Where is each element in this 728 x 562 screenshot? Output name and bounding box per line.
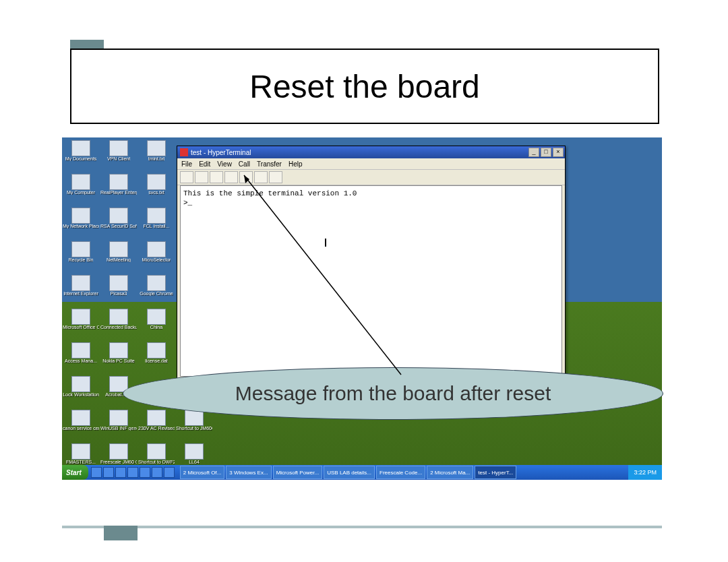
desktop-icon-label: license.dat [145, 358, 167, 363]
desktop-icon-label: Internet Explorer [63, 291, 98, 296]
maximize-button[interactable]: □ [541, 148, 551, 157]
callout-text: Message from the board after reset [235, 382, 551, 405]
system-tray[interactable]: 3:22 PM [628, 465, 662, 480]
file-icon [147, 275, 166, 291]
desktop-icon[interactable]: NetMeeting [100, 241, 138, 274]
toolbar-button[interactable] [239, 171, 253, 183]
desktop-icon[interactable]: VPN Client [100, 140, 138, 173]
quick-launch-icon[interactable] [115, 467, 126, 478]
quick-launch-icon[interactable] [103, 467, 114, 478]
file-icon [147, 309, 166, 325]
desktop-icon[interactable]: Picasa3 [100, 275, 138, 307]
quick-launch-icon[interactable] [127, 467, 138, 478]
desktop-icon[interactable]: My Computer [62, 174, 100, 206]
file-icon [71, 241, 90, 257]
desktop-icon[interactable]: canon service center in b... [62, 410, 100, 442]
file-icon [147, 140, 166, 156]
menu-help[interactable]: Help [289, 160, 303, 168]
desktop-icon[interactable]: svcs.txt [138, 174, 175, 206]
hyperterminal-window: test - HyperTerminal _ □ × File Edit Vie… [177, 146, 566, 381]
desktop-icon-label: Connected BackupPC [100, 325, 137, 330]
taskbar-item[interactable]: 2 Microsoft Of... [180, 466, 224, 479]
slide-title: Reset the board [249, 68, 480, 105]
desktop-icon-label: WinUSB INF generator [100, 426, 137, 431]
desktop-icon-label: RealPlayer Enterprise [100, 190, 137, 195]
screenshot-desktop: My DocumentsMy ComputerMy Network Places… [62, 137, 662, 480]
toolbar-button[interactable] [195, 171, 208, 183]
file-icon [109, 443, 128, 460]
desktop-icon[interactable]: Shortcut to JM60GUIs.exe [175, 410, 213, 442]
taskbar-item[interactable]: Microsoft Power... [273, 466, 323, 479]
desktop-icon-label: canon service center in b... [63, 426, 99, 431]
file-icon [109, 309, 128, 325]
desktop-icon[interactable]: Internet Explorer [62, 275, 100, 307]
desktop-icon[interactable]: Google Chrome [138, 275, 175, 307]
quick-launch-icon[interactable] [140, 467, 150, 478]
file-icon [71, 309, 90, 325]
menu-view[interactable]: View [217, 160, 232, 168]
start-button[interactable]: Start [62, 465, 88, 480]
desktop-icon[interactable]: Recycle Bin [62, 241, 100, 274]
desktop-icon-label: My Network Places [63, 224, 99, 228]
window-title: test - HyperTerminal [191, 149, 251, 156]
decorative-bottom-rule [62, 526, 662, 528]
toolbar-button[interactable] [269, 171, 282, 183]
menu-transfer[interactable]: Transfer [257, 160, 282, 168]
file-icon [109, 275, 128, 291]
menu-call[interactable]: Call [239, 160, 250, 168]
desktop-icon[interactable]: Nokia PC Suite [100, 342, 138, 375]
desktop-icon[interactable]: 230V AC Revised.doc [138, 410, 175, 442]
desktop-icon[interactable]: RSA SecurID Software ... [100, 208, 138, 240]
desktop-icon-label: svcs.txt [148, 190, 164, 195]
taskbar-item[interactable]: test - HyperT... [475, 466, 516, 479]
desktop-icon[interactable]: Lock Workstation [62, 376, 100, 408]
file-icon [147, 174, 166, 190]
window-titlebar[interactable]: test - HyperTerminal _ □ × [177, 146, 565, 158]
taskbar: Start 2 Microsoft Of...3 Windows Ex...Mi… [62, 465, 662, 480]
terminal-line-1: This is the simple terminal version 1.0 [183, 189, 357, 197]
desktop-icon-label: My Documents [65, 156, 97, 161]
toolbar-button[interactable] [224, 171, 238, 183]
file-icon [185, 410, 204, 426]
desktop-icon-label: Recycle Bin [69, 257, 94, 262]
desktop-icon-label: China [150, 325, 162, 330]
desktop-icon-label: FMASTERS... [66, 460, 96, 464]
quick-launch-icon[interactable] [164, 467, 175, 478]
menu-edit[interactable]: Edit [199, 160, 210, 168]
desktop-icon[interactable]: Connected BackupPC [100, 309, 138, 341]
desktop-icon[interactable]: MicroSelector [138, 241, 175, 274]
desktop-icon[interactable]: China [138, 309, 175, 341]
file-icon [71, 140, 90, 156]
window-toolbar [177, 170, 565, 185]
desktop-icon[interactable]: Access Mana... [62, 342, 100, 375]
desktop-icon-label: Freescale JM60 GUI [100, 460, 137, 464]
quick-launch-icon[interactable] [152, 467, 162, 478]
desktop-icon[interactable]: tmint.txt [138, 140, 175, 173]
desktop-icon[interactable]: FCL Install... [138, 208, 175, 240]
file-icon [109, 342, 128, 358]
toolbar-button[interactable] [180, 171, 193, 183]
desktop-icon[interactable]: RealPlayer Enterprise [100, 174, 138, 206]
desktop-icon[interactable]: My Documents [62, 140, 100, 173]
desktop-icon-label: Lock Workstation [63, 392, 99, 397]
minimize-button[interactable]: _ [528, 148, 539, 157]
toolbar-button[interactable] [210, 171, 223, 183]
desktop-icon-label: FCL Install... [143, 224, 169, 228]
taskbar-item[interactable]: 3 Windows Ex... [226, 466, 271, 479]
taskbar-item[interactable]: USB LAB details... [324, 466, 375, 479]
taskbar-item[interactable]: Freescale Code... [376, 466, 425, 479]
desktop-icon[interactable]: Microsoft Office Outlook [62, 309, 100, 341]
file-icon [109, 174, 128, 190]
menu-file[interactable]: File [181, 160, 192, 168]
desktop-icon[interactable]: license.dat [138, 342, 175, 375]
taskbar-item[interactable]: 2 Microsoft Ma... [427, 466, 473, 479]
desktop-icon[interactable]: My Network Places [62, 208, 100, 240]
quick-launch-icon[interactable] [91, 467, 102, 478]
file-icon [71, 174, 90, 190]
desktop-icon-label: LL64 [189, 460, 200, 464]
clock: 3:22 PM [634, 469, 657, 476]
close-button[interactable]: × [553, 148, 564, 157]
desktop-icon[interactable]: WinUSB INF generator [100, 410, 138, 442]
file-icon [71, 342, 90, 358]
toolbar-button[interactable] [254, 171, 268, 183]
